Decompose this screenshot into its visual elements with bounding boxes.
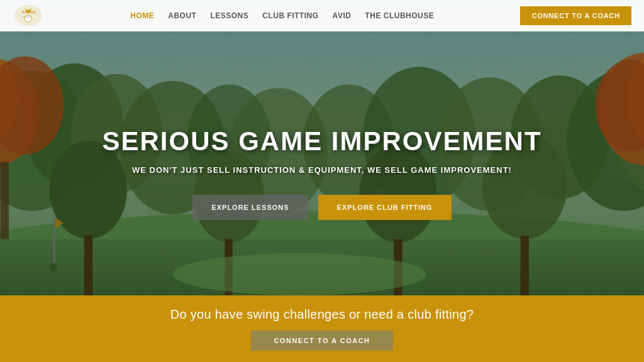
main-nav: HOME ABOUT LESSONS CLUB FITTING AVID THE… xyxy=(130,11,434,20)
nav-club-fitting[interactable]: CLUB FITTING xyxy=(262,11,318,20)
bottom-question: Do you have swing challenges or need a c… xyxy=(170,307,474,322)
bottom-connect-button[interactable]: CONNECT TO A COACH xyxy=(251,331,392,351)
hero-title: SERIOUS GAME IMPROVEMENT xyxy=(102,126,541,156)
nav-about[interactable]: ABOUT xyxy=(168,11,196,20)
nav-home[interactable]: HOME xyxy=(130,11,154,20)
bottom-section: Do you have swing challenges or need a c… xyxy=(0,295,644,362)
site-header: Academy of Golf HOME ABOUT LESSONS CLUB … xyxy=(0,0,644,31)
nav-avid[interactable]: AVID xyxy=(333,11,352,20)
explore-club-fitting-button[interactable]: EXPLORE CLUB FITTING xyxy=(318,195,452,220)
hero-content: SERIOUS GAME IMPROVEMENT WE DON'T JUST S… xyxy=(0,31,644,295)
hero-section: SERIOUS GAME IMPROVEMENT WE DON'T JUST S… xyxy=(0,0,644,295)
explore-lessons-button[interactable]: EXPLORE LESSONS xyxy=(192,195,308,220)
logo-icon: Academy of Golf xyxy=(13,3,44,28)
header-connect-button[interactable]: CONNECT TO A COACH xyxy=(520,6,631,25)
nav-clubhouse[interactable]: THE CLUBHOUSE xyxy=(365,11,434,20)
logo-area: Academy of Golf xyxy=(13,3,44,28)
nav-lessons[interactable]: LESSONS xyxy=(210,11,248,20)
svg-text:of Golf: of Golf xyxy=(23,15,31,18)
hero-subtitle: WE DON'T JUST SELL INSTRUCTION & EQUIPME… xyxy=(132,165,512,175)
hero-buttons: EXPLORE LESSONS EXPLORE CLUB FITTING xyxy=(192,195,451,220)
